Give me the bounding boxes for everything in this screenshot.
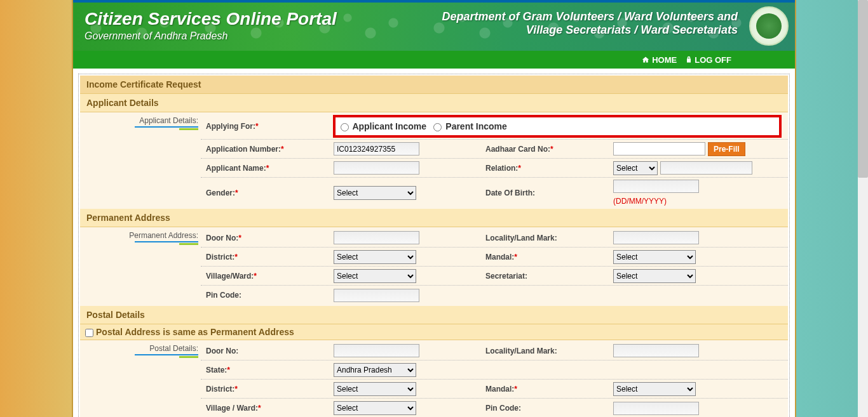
perm-door-label: Door No:* bbox=[201, 230, 331, 246]
postal-state-label: State:* bbox=[201, 362, 331, 378]
section-permanent-body: Permanent Address: Door No:* Locality/La… bbox=[80, 227, 788, 306]
perm-pin-label: Pin Code: bbox=[201, 288, 331, 303]
perm-locality-input[interactable] bbox=[613, 231, 699, 244]
department-line-1: Department of Gram Volunteers / Ward Vol… bbox=[442, 10, 738, 23]
dob-hint: (DD/MM/YYYY) bbox=[613, 197, 667, 206]
aadhaar-label: Aadhaar Card No:* bbox=[480, 142, 611, 157]
postal-locality-label: Locality/Land Mark: bbox=[480, 343, 611, 359]
nav-home-label: HOME bbox=[652, 55, 677, 65]
page-container: Citizen Services Online Portal Governmen… bbox=[72, 0, 796, 417]
permanent-side-label: Permanent Address: bbox=[80, 231, 201, 245]
perm-village-select[interactable]: Select bbox=[334, 269, 416, 283]
perm-mandal-select[interactable]: Select bbox=[613, 250, 696, 264]
prefill-button[interactable]: Pre-Fill bbox=[708, 142, 745, 156]
postal-side-label: Postal Details: bbox=[80, 344, 201, 358]
portal-subtitle: Government of Andhra Pradesh bbox=[85, 30, 337, 42]
header-banner: Citizen Services Online Portal Governmen… bbox=[73, 0, 795, 51]
applicant-side-label: Applicant Details: bbox=[80, 116, 201, 130]
section-applicant-header: Applicant Details bbox=[80, 94, 788, 112]
home-icon bbox=[642, 56, 649, 63]
postal-mandal-select[interactable]: Select bbox=[613, 382, 696, 396]
gender-label: Gender:* bbox=[201, 185, 331, 201]
perm-district-select[interactable]: Select bbox=[334, 250, 416, 264]
radio-applicant-income[interactable]: Applicant Income bbox=[341, 121, 426, 131]
section-permanent-header: Permanent Address bbox=[80, 209, 788, 227]
radio-parent-income[interactable]: Parent Income bbox=[433, 121, 506, 131]
ap-emblem-icon bbox=[749, 6, 789, 46]
perm-door-input[interactable] bbox=[334, 231, 419, 244]
section-postal-header: Postal Details bbox=[80, 306, 788, 324]
postal-same-row: Postal Address is same as Permanent Addr… bbox=[80, 324, 788, 340]
applying-for-label: Applying For:* bbox=[201, 119, 331, 134]
app-number-input[interactable] bbox=[334, 142, 419, 156]
postal-district-select[interactable]: Select bbox=[334, 382, 416, 396]
applicant-name-input[interactable] bbox=[334, 161, 419, 175]
postal-state-select[interactable]: Andhra Pradesh bbox=[334, 363, 416, 377]
postal-door-input[interactable] bbox=[334, 344, 419, 357]
department-line-2: Village Secretariats / Ward Secretariats bbox=[442, 23, 738, 37]
postal-locality-input[interactable] bbox=[613, 344, 699, 357]
postal-pin-input[interactable] bbox=[613, 402, 699, 415]
perm-village-label: Village/Ward:* bbox=[201, 268, 331, 284]
scrollbar-thumb[interactable] bbox=[858, 0, 868, 178]
dob-label: Date Of Birth: bbox=[480, 185, 611, 201]
applicant-name-label: Applicant Name:* bbox=[201, 161, 331, 176]
postal-district-label: District:* bbox=[201, 381, 331, 397]
postal-door-label: Door No: bbox=[201, 343, 331, 359]
aadhaar-input[interactable] bbox=[613, 142, 705, 156]
postal-mandal-label: Mandal:* bbox=[480, 381, 611, 397]
perm-pin-input[interactable] bbox=[334, 289, 419, 302]
portal-title: Citizen Services Online Portal bbox=[85, 9, 337, 29]
section-postal-body: Postal Details: Door No: Locality/Land M… bbox=[80, 340, 788, 417]
lock-icon bbox=[686, 56, 692, 63]
form-panel: Income Certificate Request Applicant Det… bbox=[78, 74, 790, 417]
nav-logoff[interactable]: LOG OFF bbox=[686, 55, 731, 65]
relation-input[interactable] bbox=[660, 161, 752, 175]
postal-village-label: Village / Ward:* bbox=[201, 400, 331, 416]
relation-label: Relation:* bbox=[480, 161, 611, 176]
nav-home[interactable]: HOME bbox=[642, 55, 677, 65]
scrollbar[interactable] bbox=[858, 0, 868, 417]
postal-village-select[interactable]: Select bbox=[334, 401, 416, 415]
applying-for-highlight: Applicant Income Parent Income bbox=[333, 115, 782, 138]
nav-logoff-label: LOG OFF bbox=[695, 55, 731, 65]
postal-same-checkbox[interactable]: Postal Address is same as Permanent Addr… bbox=[85, 327, 294, 337]
dob-input[interactable] bbox=[613, 180, 699, 193]
navbar: HOME LOG OFF bbox=[73, 51, 795, 69]
perm-secretariat-select[interactable]: Select bbox=[613, 269, 696, 283]
app-number-label: Application Number:* bbox=[201, 142, 331, 157]
postal-pin-label: Pin Code: bbox=[480, 400, 611, 416]
page-title: Income Certificate Request bbox=[80, 76, 788, 94]
perm-district-label: District:* bbox=[201, 249, 331, 265]
gender-select[interactable]: Select bbox=[334, 186, 416, 200]
perm-locality-label: Locality/Land Mark: bbox=[480, 230, 611, 246]
perm-secretariat-label: Secretariat: bbox=[480, 268, 611, 284]
relation-select[interactable]: Select bbox=[613, 161, 658, 175]
section-applicant-body: Applicant Details: Applying For:* Applic… bbox=[80, 112, 788, 209]
perm-mandal-label: Mandal:* bbox=[480, 249, 611, 265]
